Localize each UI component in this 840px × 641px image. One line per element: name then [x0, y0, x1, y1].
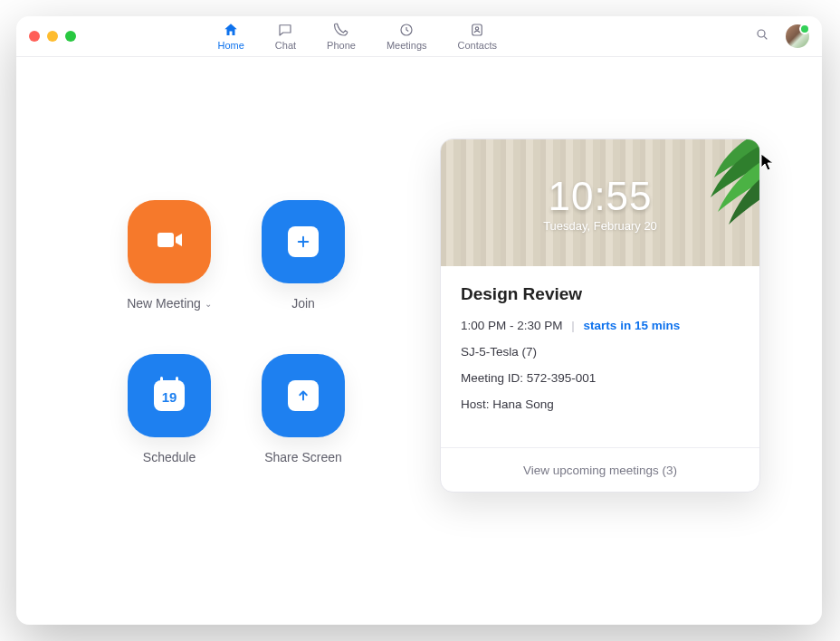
- new-meeting-dropdown[interactable]: New Meeting ⌄: [127, 296, 212, 311]
- nav-tab-label: Home: [218, 40, 244, 51]
- search-icon[interactable]: [755, 27, 769, 45]
- join-button[interactable]: [262, 200, 345, 283]
- chevron-down-icon: ⌄: [205, 299, 212, 309]
- action-label-text: Share Screen: [264, 450, 342, 464]
- nav-tab-chat[interactable]: Chat: [275, 22, 296, 51]
- nav-tab-phone[interactable]: Phone: [327, 22, 356, 51]
- app-window: Home Chat Phone: [16, 16, 822, 625]
- svg-point-2: [476, 27, 479, 30]
- close-window-button[interactable]: [29, 31, 40, 42]
- contacts-icon: [469, 22, 485, 38]
- mouse-cursor-icon: [760, 153, 775, 175]
- meeting-title: Design Review: [461, 284, 740, 304]
- clock-icon: [398, 22, 415, 38]
- calendar-icon: 19: [154, 380, 185, 411]
- leaves-decoration: [627, 139, 760, 235]
- action-label-text: New Meeting: [127, 296, 201, 311]
- titlebar: Home Chat Phone: [16, 16, 822, 57]
- video-icon: [151, 222, 187, 262]
- card-hero: 10:55 Tuesday, February 20: [441, 139, 759, 266]
- meeting-time-row: 1:00 PM - 2:30 PM | starts in 15 mins: [461, 319, 740, 332]
- nav-tabs: Home Chat Phone: [218, 22, 497, 51]
- nav-tab-label: Chat: [275, 40, 296, 51]
- profile-avatar[interactable]: [786, 24, 809, 48]
- meeting-room: SJ-5-Tesla (7): [461, 345, 740, 359]
- svg-point-3: [758, 30, 765, 37]
- chat-icon: [277, 22, 293, 38]
- fullscreen-window-button[interactable]: [65, 31, 76, 42]
- new-meeting-button[interactable]: [128, 200, 211, 283]
- minimize-window-button[interactable]: [47, 31, 58, 42]
- nav-tab-home[interactable]: Home: [218, 22, 244, 51]
- meeting-id: Meeting ID: 572-395-001: [461, 371, 740, 385]
- card-footer-label: View upcoming meetings (3): [523, 464, 677, 477]
- meeting-host: Host: Hana Song: [461, 397, 740, 411]
- view-upcoming-meetings-link[interactable]: View upcoming meetings (3): [441, 447, 759, 492]
- plus-icon: [288, 226, 319, 257]
- phone-icon: [333, 22, 349, 38]
- meeting-time-range: 1:00 PM - 2:30 PM: [461, 319, 563, 332]
- upload-icon: [288, 380, 319, 411]
- nav-tab-label: Phone: [327, 40, 356, 51]
- upcoming-meeting-card: 10:55 Tuesday, February 20 Design Review…: [440, 139, 760, 493]
- schedule-button[interactable]: 19: [128, 354, 211, 437]
- separator: |: [571, 319, 575, 332]
- svg-rect-4: [158, 233, 174, 247]
- home-icon: [223, 22, 239, 38]
- window-controls: [29, 31, 76, 42]
- nav-tab-label: Meetings: [387, 40, 427, 51]
- meeting-starts-in: starts in 15 mins: [584, 319, 681, 332]
- share-screen-button[interactable]: [262, 354, 345, 437]
- nav-tab-meetings[interactable]: Meetings: [387, 22, 427, 51]
- nav-tab-label: Contacts: [458, 40, 497, 51]
- calendar-day: 19: [162, 389, 177, 405]
- action-label-text: Schedule: [143, 450, 196, 464]
- nav-tab-contacts[interactable]: Contacts: [458, 22, 497, 51]
- action-label-text: Join: [291, 296, 315, 311]
- home-actions: New Meeting ⌄ Join: [119, 200, 353, 464]
